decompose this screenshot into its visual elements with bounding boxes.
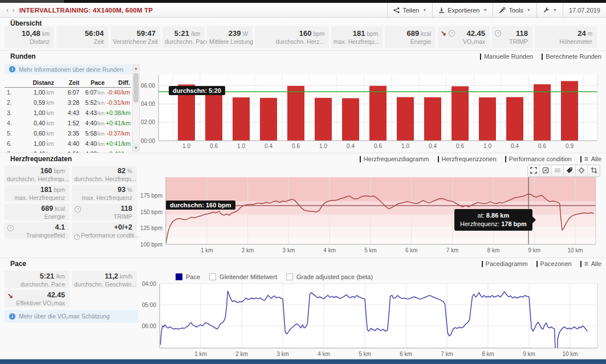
lap-row[interactable]: 3.1,00km4:434:43/km+0:38/km (5, 108, 131, 118)
lap-bar (260, 98, 277, 141)
lap-row[interactable]: 4.0,40km1:524:40/km+0:41/km (5, 118, 131, 128)
vo2max-info-link[interactable]: i Mehr über die VO₂max Schätzung (5, 310, 138, 322)
lap-row[interactable]: 5.0,60km3:355:58/km-0:37/km (5, 128, 131, 138)
wrench-icon (543, 7, 550, 14)
scroll-up-icon[interactable]: ▲ (133, 65, 139, 71)
checkbox-icon[interactable] (209, 273, 216, 280)
col-pace[interactable]: Pace (80, 78, 105, 87)
scrollbar-thumb[interactable] (133, 73, 139, 103)
hr-link-herzfrequenzdiagramm[interactable]: Herzfrequenzdiagramm (360, 156, 429, 162)
stat-effektiver-vo-max: ↘42.45Effektiver VO₂max (5, 290, 70, 307)
hr-links: HerzfrequenzdiagrammHerzfrequenzzonenPer… (360, 156, 601, 162)
lap-row[interactable]: 2.0,59km3:285:52/km-0:31/km (5, 97, 131, 108)
hr-link-performance-condition[interactable]: Performance condition (505, 156, 572, 162)
lap-row[interactable]: 6.1,00km4:404:40/km+0:41/km (5, 138, 131, 149)
checkbox-icon[interactable] (176, 273, 182, 280)
divider (542, 54, 543, 60)
hr-link-herzfrequenzzonen[interactable]: Herzfrequenzzonen (438, 156, 497, 162)
caret-down-icon: ▼ (553, 8, 557, 12)
lap-bar (534, 84, 551, 141)
fullscreen-icon (530, 166, 537, 176)
prev-activity-button[interactable]: ‹ (5, 3, 10, 17)
lap-row[interactable]: 1.1,00km6:076:07/km-0:46/km (5, 87, 131, 97)
lines-icon-button[interactable] (552, 165, 564, 177)
hr-link-alle[interactable]: ≡Alle (580, 156, 601, 162)
fullscreen-icon-button[interactable] (528, 165, 540, 177)
crosshair-icon (578, 166, 585, 176)
stat-max-herzfrequ: 181bpmmax. Herzfrequ... (331, 26, 383, 48)
share-button[interactable]: Teilen ▼ (388, 3, 433, 17)
legend-grade-adjusted-pace-beta[interactable]: Grade adjusted pace (beta) (286, 273, 373, 280)
caret-down-icon: ▼ (422, 8, 426, 12)
stat-value: 82% (74, 167, 132, 175)
tools-icon (499, 7, 506, 14)
stat-value: 4.1 (7, 223, 65, 231)
pace-links: PacediagrammPacezonen≡Alle (482, 260, 601, 267)
cursor-at-value: 8.86 km (486, 212, 509, 219)
stat-label: durchschn. Pace (165, 38, 200, 45)
col-distanz[interactable]: Distanz (30, 78, 55, 87)
settings-button[interactable]: ▼ (537, 3, 563, 17)
stat-label: Energie (7, 213, 65, 220)
stat-trimp: ?118TRIMP (492, 26, 532, 48)
divider (580, 261, 581, 267)
stat-mittlere-leistung: 239WMittlere Leistung (207, 26, 253, 48)
tools-button[interactable]: Tools ▼ (493, 3, 537, 17)
svg-text:0.4: 0.4 (347, 143, 355, 149)
svg-text:175 bpm: 175 bpm (140, 193, 162, 199)
stat-trimp: ?118TRIMP (72, 203, 137, 220)
divider (505, 156, 506, 162)
bottom-bar (0, 359, 606, 364)
crop-icon-button[interactable] (588, 165, 600, 177)
image-icon-button[interactable] (540, 165, 552, 177)
help-icon[interactable]: ? (75, 206, 81, 212)
col-zeit[interactable]: Zeit (55, 78, 80, 87)
svg-text:05:00: 05:00 (142, 302, 156, 308)
svg-text:9 km: 9 km (523, 351, 535, 357)
svg-text:0.4: 0.4 (429, 143, 437, 149)
checkbox-icon[interactable] (286, 273, 293, 280)
stat-value: 11,2km/h (74, 272, 132, 280)
stat-value: 5:21/km (165, 29, 200, 38)
pace-link-pacezonen[interactable]: Pacezonen (536, 260, 572, 267)
caret-down-icon: ▼ (483, 8, 487, 12)
legend-pace[interactable]: Pace (176, 273, 200, 280)
laps-section: Runden Manuelle RundenBerechnete Runden … (0, 50, 606, 153)
stat-value: 181bpm (333, 29, 378, 38)
laps-info-link[interactable]: i Mehr Informationen über deine Runden (5, 64, 131, 74)
stat-trainingseffekt: ?4.1Trainingseffekt (5, 222, 70, 239)
stat-performance-conditi: +0/+2?Performance conditi... (72, 222, 137, 239)
crosshair-icon-button[interactable] (576, 165, 588, 177)
svg-text:02:00: 02:00 (141, 119, 155, 125)
tag-icon-button[interactable] (564, 165, 576, 177)
svg-text:0.6: 0.6 (374, 143, 382, 149)
laps-link-berechnete-runden[interactable]: Berechnete Runden (542, 53, 601, 60)
title-bar: ‹ › INTERVALLTRAINING: 4X1400M, 600M TP … (0, 3, 606, 18)
stat-value: 160bpm (7, 167, 65, 175)
stat-value: 10,48km (7, 29, 50, 38)
stat-label: Zeit (59, 38, 104, 45)
help-icon[interactable]: ? (449, 30, 455, 36)
svg-text:10 km: 10 km (567, 247, 583, 253)
help-icon[interactable]: ? (495, 30, 501, 36)
pace-heading: Pace (10, 260, 26, 268)
export-button[interactable]: Exportieren ▼ (433, 3, 493, 17)
info-icon: i (9, 66, 15, 72)
laps-scrollbar[interactable]: ▲ ▼ (132, 64, 140, 152)
pace-link-pacediagramm[interactable]: Pacediagramm (482, 260, 528, 267)
laps-link-manuelle-runden[interactable]: Manuelle Runden (480, 53, 533, 60)
help-icon[interactable]: ? (74, 234, 80, 240)
scroll-down-icon[interactable]: ▼ (133, 145, 139, 151)
next-activity-button[interactable]: › (10, 3, 16, 17)
pace-link-alle[interactable]: ≡Alle (580, 260, 601, 267)
stat-label: max. Herzfrequ... (333, 38, 378, 45)
legend-gleitender-mittelwert[interactable]: Gleitender Mittelwert (209, 273, 277, 280)
stat-value: 689kcal (387, 29, 431, 38)
col-diff[interactable]: Diff. (106, 78, 131, 87)
stat-value: 160bpm (257, 29, 324, 38)
stat-value: 24m (537, 29, 592, 38)
help-icon[interactable]: ? (7, 225, 14, 231)
lap-row[interactable]: 7.0,40km1:514:38/km+0:43/km (5, 149, 131, 153)
lap-avg-tooltip: durchschn: 5:20 (169, 86, 225, 95)
svg-text:00:00: 00:00 (141, 138, 155, 144)
